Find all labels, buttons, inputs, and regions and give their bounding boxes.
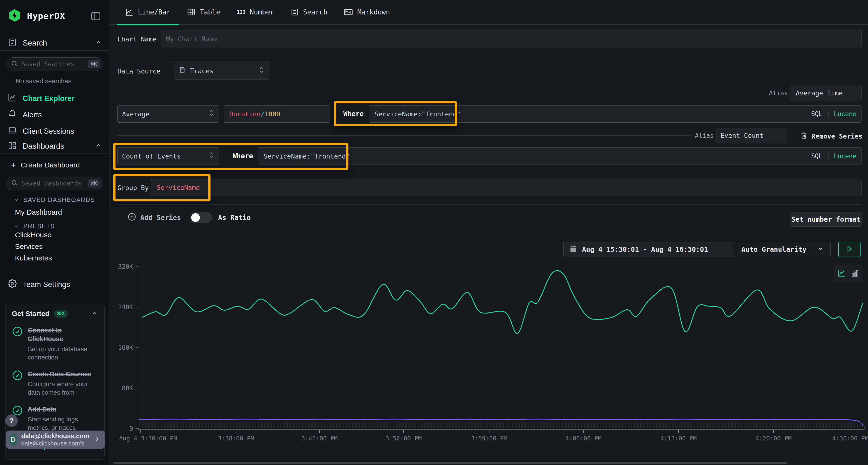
y-tick-label: 0 xyxy=(129,425,133,432)
user-menu[interactable]: D dale@clickhouse.com dale@clickhouse.co… xyxy=(6,431,105,449)
presets-header[interactable]: PRESETS xyxy=(13,223,55,230)
alias-label: Alias xyxy=(769,90,788,97)
tab-search[interactable]: Search xyxy=(282,0,336,25)
search-icon xyxy=(11,179,18,188)
saved-searches-input[interactable]: Saved Searches ⌘K xyxy=(6,57,103,71)
group-by-input[interactable]: ServiceName xyxy=(151,179,862,196)
sidebar-item-preset-clickhouse[interactable]: ClickHouse xyxy=(15,231,52,239)
divider xyxy=(0,154,110,154)
y-tick-label: 320K xyxy=(118,263,133,270)
tab-label: Line/Bar xyxy=(138,8,170,16)
tab-label: Number xyxy=(250,8,274,16)
query-language-toggle[interactable]: SQL | Lucene xyxy=(811,153,857,160)
sidebar-item-alerts[interactable]: Alerts xyxy=(0,108,110,122)
get-started-item-desc: Start sending logs, metrics, or traces xyxy=(28,415,98,432)
play-icon xyxy=(846,245,853,254)
get-started-item-desc: Configure where your data comes from xyxy=(28,380,98,397)
list-icon xyxy=(290,8,299,16)
x-tick-label: 3:38:00 PM xyxy=(218,435,254,442)
help-button[interactable]: ? xyxy=(5,414,18,427)
get-started-item[interactable]: Add DataStart sending logs, metrics, or … xyxy=(12,405,98,432)
tab-table[interactable]: Table xyxy=(179,0,228,25)
series2-alias-input[interactable]: Event Count xyxy=(715,128,787,143)
hyperdx-logo-icon xyxy=(8,8,22,23)
calendar-icon xyxy=(569,245,577,254)
circle-plus-icon xyxy=(127,212,136,223)
tab-number[interactable]: 123Number xyxy=(228,0,282,25)
y-tick-label: 160K xyxy=(118,344,133,351)
select-chevrons-icon xyxy=(258,66,265,76)
x-tick-label: 3:45:00 PM xyxy=(301,435,338,442)
sidebar-item-team-settings[interactable]: Team Settings xyxy=(0,277,110,292)
chevron-up-icon[interactable] xyxy=(91,309,98,318)
divider xyxy=(117,93,763,93)
add-series-button[interactable]: Add Series xyxy=(127,212,181,223)
shortcut-badge: ⌘K xyxy=(88,179,100,188)
create-dashboard-button[interactable]: + Create Dashboard xyxy=(0,158,110,172)
series2-where-input[interactable]: ServiceName:"frontend" SQL | Lucene xyxy=(258,147,862,165)
series1-where-label: Where xyxy=(343,110,364,118)
collapse-sidebar-icon[interactable] xyxy=(90,10,101,23)
group-by-label: Group By xyxy=(117,184,149,192)
x-tick-label: 4:30:00 PM xyxy=(832,435,868,442)
series1-alias-input[interactable]: Average Time xyxy=(790,85,862,101)
granularity-select[interactable]: Auto Granularity xyxy=(735,242,831,257)
sidebar-item-preset-kubernetes[interactable]: Kubernetes xyxy=(15,254,52,262)
divider xyxy=(117,135,690,136)
series-line-average-time xyxy=(143,271,863,334)
logo[interactable]: HyperDX xyxy=(8,10,102,22)
series2-where-label: Where xyxy=(233,152,253,160)
get-started-item-title: Connect to ClickHouse xyxy=(28,326,95,343)
timeseries-chart[interactable]: 080K160K240K320KAug 4 3:30:00 PM3:38:00 … xyxy=(111,258,868,453)
chevron-up-icon[interactable] xyxy=(95,39,102,47)
get-started-item[interactable]: Create Data SourcesConfigure where your … xyxy=(12,370,98,397)
get-started-item[interactable]: Connect to ClickHouseSet up your databas… xyxy=(12,326,98,362)
series1-field-input[interactable]: Duration/1000 xyxy=(224,105,330,123)
no-saved-searches-note: No saved searches xyxy=(16,77,71,85)
date-range-picker[interactable]: Aug 4 15:30:01 - Aug 4 16:30:01 xyxy=(563,242,733,257)
tab-label: Table xyxy=(200,8,220,16)
series1-where-input[interactable]: ServiceName:"frontend" SQL | Lucene xyxy=(369,105,862,123)
number-123-icon: 123 xyxy=(237,9,245,15)
plus-icon: + xyxy=(11,161,16,170)
sidebar: HyperDX Search Saved Searches ⌘K No save… xyxy=(0,0,110,465)
saved-dashboards-input[interactable]: Saved Dashboards ⌘K xyxy=(6,176,103,190)
laptop-icon xyxy=(8,126,17,137)
get-started-item-title: Create Data Sources xyxy=(28,370,95,378)
tab-label: Markdown xyxy=(357,8,390,16)
line-chart-icon[interactable] xyxy=(837,268,847,279)
get-started-item-title: Add Data xyxy=(28,405,95,414)
sidebar-section-search[interactable]: Search xyxy=(0,35,110,51)
saved-dashboards-header[interactable]: SAVED DASHBOARDS xyxy=(13,196,95,203)
set-number-format-button[interactable]: Set number format xyxy=(790,212,862,227)
run-query-button[interactable] xyxy=(838,242,861,257)
as-ratio-label: As Ratio xyxy=(218,214,251,222)
as-ratio-toggle[interactable] xyxy=(190,212,212,223)
chart-name-input[interactable]: My Chart Name xyxy=(161,30,862,48)
data-source-select[interactable]: Traces xyxy=(174,62,269,79)
sidebar-section-dashboards[interactable]: Dashboards xyxy=(0,138,110,154)
chart-display-toggle[interactable] xyxy=(833,265,863,283)
tab-markdown[interactable]: Markdown xyxy=(336,0,398,25)
check-circle-icon xyxy=(12,326,23,362)
series1-aggregation-select[interactable]: Average xyxy=(117,105,219,123)
bar-chart-icon[interactable] xyxy=(850,269,859,278)
series2-aggregation-select[interactable]: Count of Events xyxy=(117,147,219,165)
chevron-down-icon xyxy=(13,223,20,229)
main-content: Line/BarTable123NumberSearchMarkdown Cha… xyxy=(110,0,868,465)
gear-icon xyxy=(8,279,17,290)
sidebar-item-chart-explorer[interactable]: Chart Explorer xyxy=(0,92,110,105)
search-icon xyxy=(11,60,18,68)
tab-line-bar[interactable]: Line/Bar xyxy=(117,0,179,25)
query-language-toggle[interactable]: SQL | Lucene xyxy=(811,110,857,118)
x-tick-label: 4:06:00 PM xyxy=(565,435,602,442)
horizontal-scrollbar[interactable] xyxy=(113,462,787,464)
dashboard-grid-icon xyxy=(8,141,17,151)
sidebar-item-my-dashboard[interactable]: My Dashboard xyxy=(15,208,62,217)
chart-name-label: Chart Name xyxy=(117,35,157,43)
sidebar-item-client-sessions[interactable]: Client Sessions xyxy=(0,124,110,138)
remove-series-button[interactable]: Remove Series xyxy=(800,132,863,141)
sidebar-item-preset-services[interactable]: Services xyxy=(15,242,43,251)
chevron-up-icon[interactable] xyxy=(95,142,102,150)
table-icon xyxy=(187,8,195,16)
